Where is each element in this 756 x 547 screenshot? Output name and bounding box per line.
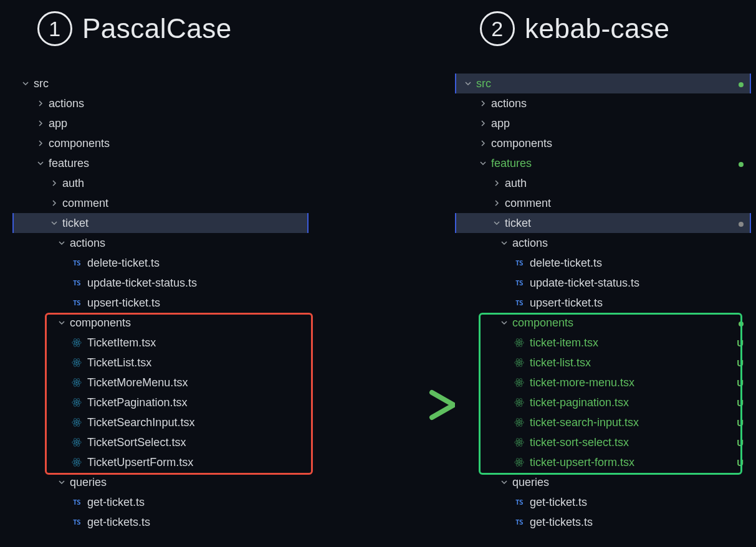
file-ticket-upsert-form[interactable]: ticket-upsert-form.tsxU (455, 452, 751, 472)
file-ticketmoremenu[interactable]: TicketMoreMenu.tsx (12, 373, 309, 392)
ts-icon: TS (512, 499, 526, 506)
react-icon (70, 417, 84, 427)
status-badge (739, 318, 744, 328)
folder-auth[interactable]: auth (12, 173, 309, 193)
chevron-right-icon (36, 120, 45, 126)
svg-point-40 (519, 402, 520, 404)
folder-components[interactable]: components (455, 133, 751, 153)
file-get-tickets[interactable]: TSget-tickets.ts (455, 512, 751, 532)
react-icon (512, 417, 526, 427)
file-ticket-search-input[interactable]: ticket-search-input.tsxU (455, 412, 751, 432)
folder-ticket[interactable]: ticket (12, 213, 309, 233)
folder-features[interactable]: features (12, 153, 309, 173)
transition-arrow (310, 386, 455, 411)
folder-comment[interactable]: comment (12, 193, 309, 213)
chevron-down-icon (500, 240, 509, 246)
react-icon (70, 437, 84, 447)
folder-ticket-components[interactable]: components (12, 313, 309, 333)
ts-icon: TS (70, 260, 84, 267)
folder-actions[interactable]: actions (12, 93, 309, 113)
file-update-ticket-status[interactable]: TSupdate-ticket-status.ts (12, 273, 309, 293)
chevron-right-icon (492, 180, 501, 186)
file-ticketitem[interactable]: TicketItem.tsx (12, 333, 309, 353)
svg-point-52 (519, 462, 520, 464)
folder-ticket[interactable]: ticket (455, 213, 751, 233)
file-update-ticket-status[interactable]: TSupdate-ticket-status.ts (455, 273, 751, 293)
chevron-down-icon (479, 160, 487, 166)
ts-icon: TS (70, 519, 84, 526)
ts-icon: TS (512, 300, 526, 307)
folder-src[interactable]: src (455, 74, 751, 93)
git-status-untracked: U (737, 378, 744, 388)
heading-kebabcase: 2 kebab-case (480, 11, 751, 46)
git-status-untracked: U (737, 438, 744, 447)
chevron-down-icon (50, 220, 59, 226)
file-tree-left: src actions app components features auth… (12, 74, 309, 532)
file-ticket-sort-select[interactable]: ticket-sort-select.tsxU (455, 432, 751, 452)
svg-point-44 (519, 422, 520, 424)
folder-app[interactable]: app (455, 113, 751, 133)
file-get-tickets[interactable]: TSget-tickets.ts (12, 512, 309, 532)
react-icon (70, 338, 84, 348)
chevron-right-icon (36, 100, 45, 107)
git-status-untracked: U (737, 338, 744, 348)
folder-ticket-actions[interactable]: actions (12, 233, 309, 253)
react-icon (512, 358, 526, 368)
chevron-right-icon (50, 180, 59, 186)
chevron-down-icon (57, 240, 66, 246)
file-delete-ticket[interactable]: TSdelete-ticket.ts (12, 253, 309, 273)
file-ticketlist[interactable]: TicketList.tsx (12, 353, 309, 373)
file-ticketupsertform[interactable]: TicketUpsertForm.tsx (12, 452, 309, 472)
folder-app[interactable]: app (12, 113, 309, 133)
file-ticketpagination[interactable]: TicketPagination.tsx (12, 392, 309, 412)
ts-icon: TS (512, 260, 526, 267)
file-get-ticket[interactable]: TSget-ticket.ts (455, 492, 751, 512)
react-icon (512, 378, 526, 388)
status-badge (739, 159, 744, 168)
chevron-down-icon (57, 320, 66, 326)
chevron-down-icon (500, 320, 509, 326)
folder-ticket-components[interactable]: components (455, 313, 751, 333)
chevron-down-icon (464, 80, 472, 87)
ts-icon: TS (512, 280, 526, 287)
folder-actions[interactable]: actions (455, 93, 751, 113)
file-ticket-item[interactable]: ticket-item.tsxU (455, 333, 751, 353)
svg-point-32 (519, 362, 520, 364)
folder-src[interactable]: src (12, 74, 309, 93)
file-ticket-pagination[interactable]: ticket-pagination.tsxU (455, 392, 751, 412)
svg-point-0 (76, 342, 78, 344)
folder-comment[interactable]: comment (455, 193, 751, 213)
file-ticketsearchinput[interactable]: TicketSearchInput.tsx (12, 412, 309, 432)
git-status-untracked: U (737, 358, 744, 368)
chevron-down-icon (21, 80, 30, 87)
git-status-untracked: U (737, 458, 744, 467)
svg-point-8 (76, 382, 78, 384)
chevron-down-icon (500, 479, 509, 485)
svg-point-4 (76, 362, 78, 364)
file-delete-ticket[interactable]: TSdelete-ticket.ts (455, 253, 751, 273)
file-get-ticket[interactable]: TSget-ticket.ts (12, 492, 309, 512)
chevron-down-icon (57, 479, 66, 485)
file-ticket-list[interactable]: ticket-list.tsxU (455, 353, 751, 373)
svg-point-12 (76, 402, 78, 404)
folder-features[interactable]: features (455, 153, 751, 173)
git-status-untracked: U (737, 418, 744, 427)
ts-icon: TS (70, 280, 84, 287)
folder-auth[interactable]: auth (455, 173, 751, 193)
chevron-right-icon (479, 140, 487, 146)
file-upsert-ticket[interactable]: TSupsert-ticket.ts (455, 293, 751, 313)
svg-point-36 (519, 382, 520, 384)
folder-queries[interactable]: queries (455, 472, 751, 492)
file-ticket-more-menu[interactable]: ticket-more-menu.tsxU (455, 373, 751, 392)
file-upsert-ticket[interactable]: TSupsert-ticket.ts (12, 293, 309, 313)
folder-queries[interactable]: queries (12, 472, 309, 492)
react-icon (70, 397, 84, 407)
svg-point-28 (519, 342, 520, 344)
folder-ticket-actions[interactable]: actions (455, 233, 751, 253)
heading-title-right: kebab-case (525, 13, 669, 44)
chevron-down-icon (492, 220, 501, 226)
file-ticketsortselect[interactable]: TicketSortSelect.tsx (12, 432, 309, 452)
step-number-2: 2 (480, 11, 515, 46)
react-icon (70, 378, 84, 388)
folder-components[interactable]: components (12, 133, 309, 153)
